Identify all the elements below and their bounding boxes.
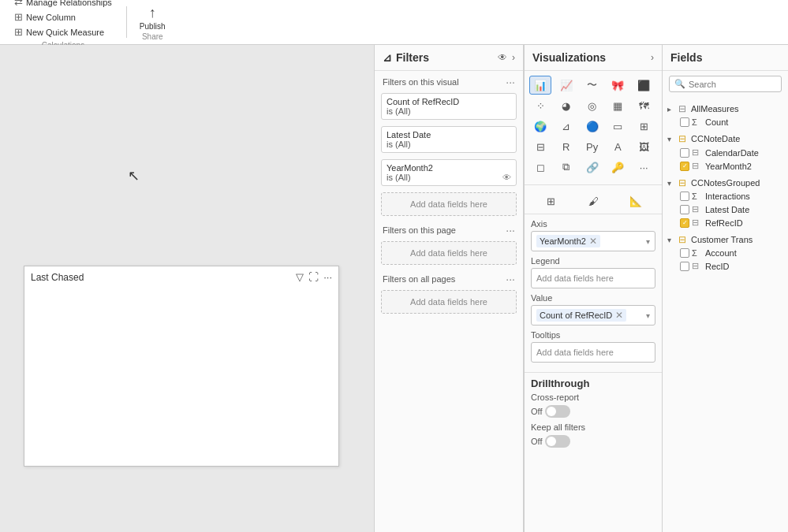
viz-map-icon[interactable]: 🗺 <box>633 96 655 115</box>
filter-funnel-icon: ⊿ <box>383 51 392 64</box>
fields-search-input[interactable] <box>689 80 776 89</box>
viz-text-icon[interactable]: A <box>607 137 629 156</box>
filter-eye-icon[interactable]: 👁 <box>502 173 511 182</box>
viz-card-icon[interactable]: ▭ <box>607 117 629 136</box>
filter-icon[interactable]: ▽ <box>296 271 304 283</box>
add-data-field-page[interactable]: Add data fields here <box>381 241 517 265</box>
field-checkbox[interactable] <box>680 117 689 127</box>
fields-group-name-0: AllMeasures <box>691 104 783 113</box>
new-quick-measure-btn[interactable]: ⊞ New Quick Measure <box>11 24 115 39</box>
fields-item-2-2[interactable]: ✓⊟RefRecID <box>663 216 788 229</box>
keep-filters-toggle-thumb <box>547 437 556 446</box>
cross-report-toggle[interactable] <box>545 405 570 418</box>
fields-group-header-0[interactable]: ▸⊟AllMeasures <box>663 102 788 116</box>
viz-more-icon[interactable]: ··· <box>633 158 655 177</box>
fields-item-3-0[interactable]: ΣAccount <box>663 247 788 259</box>
fields-item-1-0[interactable]: ⊟CalendarDate <box>663 146 788 159</box>
viz-ribbon-chart-icon[interactable]: 🎀 <box>607 76 629 95</box>
field-checkbox[interactable] <box>680 192 689 201</box>
field-name-3-0: Account <box>705 248 737 258</box>
viz-scatter-icon[interactable]: ⁘ <box>529 96 551 115</box>
viz-bar-chart-icon[interactable]: 📊 <box>529 76 551 95</box>
filter-item-latest-date[interactable]: Latest Date is (All) <box>381 126 517 153</box>
fields-group-name-3: Customer Trans <box>691 235 783 244</box>
field-checkbox[interactable] <box>680 148 689 158</box>
viz-pie-chart-icon[interactable]: ◕ <box>555 96 577 115</box>
fields-group-header-1[interactable]: ▾⊟CCNoteDate <box>663 132 788 146</box>
visual-card[interactable]: Last Chased ▽ ⛶ ··· <box>24 266 339 467</box>
field-checkbox[interactable]: ✓ <box>680 162 689 171</box>
viz-waterfall-icon[interactable]: ⬛ <box>633 76 655 95</box>
viz-table-icon[interactable]: ⊞ <box>633 117 655 136</box>
viz-slicer-icon[interactable]: ⧉ <box>555 158 577 177</box>
fields-search-box[interactable]: 🔍 <box>669 76 782 92</box>
field-checkbox[interactable]: ✓ <box>680 218 689 228</box>
viz-axis-remove[interactable]: ✕ <box>589 236 597 247</box>
viz-gauge-icon[interactable]: 🔵 <box>581 117 603 136</box>
canvas-area[interactable]: Last Chased ▽ ⛶ ··· ↖ <box>0 45 374 532</box>
focus-icon[interactable]: ⛶ <box>308 271 319 283</box>
viz-treemap-icon[interactable]: ▦ <box>607 96 629 115</box>
viz-panel: Visualizations › 📊 📈 〜 🎀 ⬛ ⁘ ◕ ◎ ▦ 🗺 🌍 ⊿… <box>524 45 662 532</box>
viz-keep-filters-label: Keep all filters <box>531 422 585 432</box>
share-label: Share <box>142 32 163 41</box>
viz-funnel-icon[interactable]: ⊿ <box>555 117 577 136</box>
viz-shape-icon[interactable]: ◻ <box>529 158 551 177</box>
viz-python-icon[interactable]: Py <box>581 137 603 156</box>
viz-area-chart-icon[interactable]: 〜 <box>581 76 603 95</box>
add-data-field-all-pages[interactable]: Add data fields here <box>381 290 517 314</box>
filters-title: ⊿ Filters <box>383 51 429 64</box>
new-column-btn[interactable]: ⊞ New Column <box>11 9 115 24</box>
filter-item-yearmonth[interactable]: YearMonth2 is (All) 👁 <box>381 159 517 186</box>
viz-fields-tab[interactable]: ⊞ <box>540 192 562 210</box>
fields-title: Fields <box>670 51 702 64</box>
viz-axis-dropdown[interactable]: ▾ <box>646 237 650 246</box>
table-icon: ⊟ <box>678 133 689 144</box>
filters-section-dots-3[interactable]: ··· <box>506 273 515 285</box>
field-checkbox[interactable] <box>680 262 689 271</box>
fields-item-2-1[interactable]: ⊟Latest Date <box>663 203 788 216</box>
viz-line-chart-icon[interactable]: 📈 <box>555 76 577 95</box>
viz-axis-box[interactable]: YearMonth2 ✕ ▾ <box>531 231 655 251</box>
table-icon: ⊟ <box>678 103 689 114</box>
viz-matrix-icon[interactable]: ⊟ <box>529 137 551 156</box>
field-name-1-0: CalendarDate <box>705 148 759 158</box>
fields-item-0-0[interactable]: ΣCount <box>663 116 788 128</box>
viz-decomp-icon[interactable]: 🔗 <box>581 158 603 177</box>
field-checkbox[interactable] <box>680 248 689 258</box>
viz-filled-map-icon[interactable]: 🌍 <box>529 117 551 136</box>
viz-value-dropdown[interactable]: ▾ <box>646 311 650 320</box>
manage-relationships-btn[interactable]: ⇄ Manage Relationships <box>11 0 115 9</box>
viz-value-box[interactable]: Count of RefRecID ✕ ▾ <box>531 305 655 326</box>
add-data-field-visual[interactable]: Add data fields here <box>381 192 517 216</box>
viz-expand-icon[interactable]: › <box>651 52 654 63</box>
filters-expand-icon[interactable]: › <box>512 52 515 63</box>
viz-key-influencers-icon[interactable]: 🔑 <box>607 158 629 177</box>
viz-format-tab[interactable]: 🖌 <box>582 192 604 210</box>
fields-group-header-2[interactable]: ▾⊟CCNotesGrouped <box>663 176 788 190</box>
viz-analytics-tab[interactable]: 📐 <box>625 192 647 210</box>
fields-item-1-1[interactable]: ✓⊟YearMonth2 <box>663 159 788 173</box>
filters-section-dots-2[interactable]: ··· <box>506 224 515 236</box>
fields-item-3-1[interactable]: ⊟RecID <box>663 259 788 273</box>
keep-filters-toggle[interactable] <box>545 435 570 448</box>
filter-item-count[interactable]: Count of RefRecID is (All) <box>381 93 517 120</box>
viz-value-remove[interactable]: ✕ <box>615 310 623 321</box>
viz-image-icon[interactable]: 🖼 <box>633 137 655 156</box>
viz-legend-box[interactable]: Add data fields here <box>531 268 655 288</box>
more-options-icon[interactable]: ··· <box>323 271 332 283</box>
viz-cross-report-label: Cross-report <box>531 392 579 402</box>
publish-btn[interactable]: ↑ Publish Share <box>133 0 172 44</box>
viz-r-visual-icon[interactable]: R <box>555 137 577 156</box>
filters-lock-icon[interactable]: 👁 <box>498 52 507 63</box>
fields-group-header-3[interactable]: ▾⊟Customer Trans <box>663 233 788 247</box>
search-icon: 🔍 <box>674 79 685 89</box>
filters-section-dots-1[interactable]: ··· <box>506 76 515 88</box>
field-checkbox[interactable] <box>680 205 689 214</box>
viz-tooltips-box[interactable]: Add data fields here <box>531 342 655 363</box>
chevron-icon: ▾ <box>667 236 677 244</box>
fields-item-2-0[interactable]: ΣInteractions <box>663 190 788 203</box>
viz-donut-icon[interactable]: ◎ <box>581 96 603 115</box>
sigma-icon: Σ <box>692 192 703 201</box>
manage-relationships-icon: ⇄ <box>14 0 23 8</box>
